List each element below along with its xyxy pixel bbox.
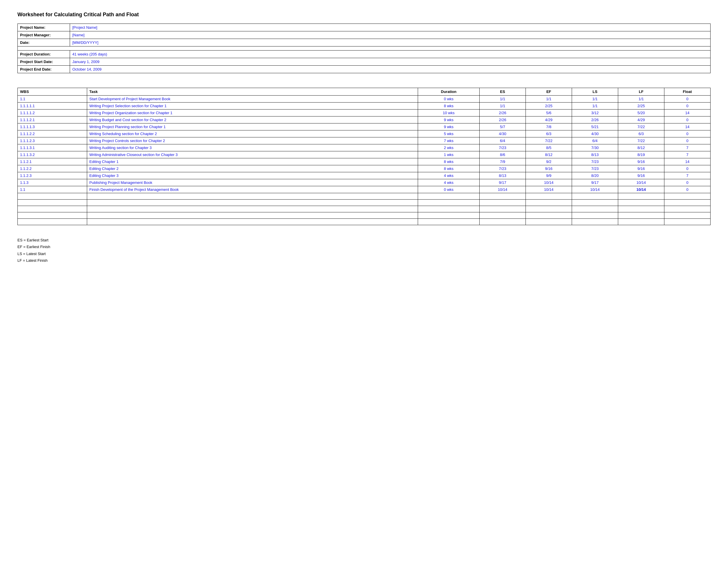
es-cell: 1/1 bbox=[480, 103, 526, 110]
empty-spacer-row bbox=[18, 46, 711, 51]
table-row: 1.1 Start Development of Project Managem… bbox=[18, 96, 711, 103]
empty-row bbox=[18, 212, 711, 219]
empty-row bbox=[18, 193, 711, 200]
project-duration-value: 41 weeks (205 days) bbox=[70, 51, 711, 58]
wbs-cell: 1.1.1.2.2 bbox=[18, 130, 87, 137]
lf-cell: 4/29 bbox=[618, 116, 664, 123]
ls-cell: 8/20 bbox=[572, 172, 618, 179]
lf-cell: 5/20 bbox=[618, 110, 664, 116]
duration-cell: 4 wks bbox=[418, 172, 480, 179]
task-cell: Writing Project Planning section for Cha… bbox=[87, 123, 418, 130]
task-cell: Writing Administrative Closeout section … bbox=[87, 151, 418, 158]
es-cell: 2/26 bbox=[480, 116, 526, 123]
date-label: Date: bbox=[18, 39, 70, 46]
float-cell: 14 bbox=[664, 123, 711, 130]
empty-duration bbox=[418, 212, 480, 219]
float-cell: 7 bbox=[664, 144, 711, 151]
ls-header: LS bbox=[572, 88, 618, 96]
duration-cell: 8 wks bbox=[418, 158, 480, 165]
lf-cell: 10/14 bbox=[618, 186, 664, 193]
empty-ef bbox=[526, 206, 572, 212]
table-row: 1.1.1.3.1 Writing Auditing section for C… bbox=[18, 144, 711, 151]
wbs-cell: 1.1.1.2.3 bbox=[18, 137, 87, 144]
ef-header: EF bbox=[526, 88, 572, 96]
empty-duration bbox=[418, 206, 480, 212]
table-row: 1.1.1.3.2 Writing Administrative Closeou… bbox=[18, 151, 711, 158]
empty-lf bbox=[618, 212, 664, 219]
ls-cell: 4/30 bbox=[572, 130, 618, 137]
empty-duration bbox=[418, 193, 480, 200]
empty-ls bbox=[572, 212, 618, 219]
lf-cell: 6/3 bbox=[618, 130, 664, 137]
empty-duration bbox=[418, 200, 480, 206]
empty-ls bbox=[572, 200, 618, 206]
legend-ef: EF = Earliest Finish bbox=[17, 243, 711, 250]
task-cell: Writing Scheduling section for Chapter 2 bbox=[87, 130, 418, 137]
lf-cell: 7/22 bbox=[618, 123, 664, 130]
wbs-cell: 1.1.2.2 bbox=[18, 165, 87, 172]
task-cell: Finish Development of the Project Manage… bbox=[87, 186, 418, 193]
empty-ls bbox=[572, 206, 618, 212]
empty-ls bbox=[572, 219, 618, 225]
project-name-row: Project Name: [Project Name] bbox=[18, 24, 711, 31]
es-cell: 9/17 bbox=[480, 179, 526, 186]
legend-ls: LS = Latest Start bbox=[17, 250, 711, 257]
table-row: 1.1.1.2.2 Writing Scheduling section for… bbox=[18, 130, 711, 137]
wbs-header: WBS bbox=[18, 88, 87, 96]
empty-lf bbox=[618, 219, 664, 225]
lf-cell: 10/14 bbox=[618, 179, 664, 186]
float-header: Float bbox=[664, 88, 711, 96]
duration-cell: 5 wks bbox=[418, 130, 480, 137]
project-start-label: Project Start Date: bbox=[18, 58, 70, 66]
ls-cell: 8/13 bbox=[572, 151, 618, 158]
table-row: 1.1.1.2.3 Writing Project Controls secti… bbox=[18, 137, 711, 144]
page-title: Worksheet for Calculating Critical Path … bbox=[17, 12, 711, 18]
es-cell: 8/13 bbox=[480, 172, 526, 179]
project-name-value: [Project Name] bbox=[70, 24, 711, 31]
empty-es bbox=[480, 206, 526, 212]
ls-cell: 3/12 bbox=[572, 110, 618, 116]
empty-lf bbox=[618, 193, 664, 200]
wbs-cell: 1.1.1.1.1 bbox=[18, 103, 87, 110]
empty-es bbox=[480, 193, 526, 200]
empty-task bbox=[87, 193, 418, 200]
table-header-row: WBS Task Duration ES EF LS LF Float bbox=[18, 88, 711, 96]
ls-cell: 6/4 bbox=[572, 137, 618, 144]
ls-cell: 1/1 bbox=[572, 103, 618, 110]
duration-cell: 10 wks bbox=[418, 110, 480, 116]
ls-cell: 1/1 bbox=[572, 96, 618, 103]
task-cell: Writing Auditing section for Chapter 3 bbox=[87, 144, 418, 151]
wbs-cell: 1.1.1.1.2 bbox=[18, 110, 87, 116]
es-cell: 1/1 bbox=[480, 96, 526, 103]
empty-wbs bbox=[18, 212, 87, 219]
ls-cell: 2/26 bbox=[572, 116, 618, 123]
table-row: 1.1.3 Publishing Project Management Book… bbox=[18, 179, 711, 186]
empty-ef bbox=[526, 212, 572, 219]
float-cell: 0 bbox=[664, 96, 711, 103]
wbs-cell: 1.1 bbox=[18, 186, 87, 193]
es-cell: 7/23 bbox=[480, 165, 526, 172]
project-end-row: Project End Date: October 14, 2009 bbox=[18, 66, 711, 73]
table-row: 1.1 Finish Development of the Project Ma… bbox=[18, 186, 711, 193]
date-value: [MM/DD/YYYY] bbox=[70, 39, 711, 46]
ef-cell: 10/14 bbox=[526, 186, 572, 193]
ef-cell: 9/2 bbox=[526, 158, 572, 165]
float-cell: 0 bbox=[664, 103, 711, 110]
es-cell: 5/7 bbox=[480, 123, 526, 130]
es-header: ES bbox=[480, 88, 526, 96]
task-header: Task bbox=[87, 88, 418, 96]
float-cell: 7 bbox=[664, 172, 711, 179]
wbs-cell: 1.1.2.3 bbox=[18, 172, 87, 179]
empty-row bbox=[18, 200, 711, 206]
task-cell: Writing Project Selection section for Ch… bbox=[87, 103, 418, 110]
lf-cell: 9/16 bbox=[618, 172, 664, 179]
es-cell: 4/30 bbox=[480, 130, 526, 137]
lf-cell: 8/19 bbox=[618, 151, 664, 158]
wbs-cell: 1.1.1.3.2 bbox=[18, 151, 87, 158]
duration-cell: 2 wks bbox=[418, 144, 480, 151]
task-cell: Editing Chapter 1 bbox=[87, 158, 418, 165]
float-cell: 0 bbox=[664, 179, 711, 186]
float-cell: 0 bbox=[664, 137, 711, 144]
table-row: 1.1.1.2.1 Writing Budget and Cost sectio… bbox=[18, 116, 711, 123]
project-end-value: October 14, 2009 bbox=[70, 66, 711, 73]
